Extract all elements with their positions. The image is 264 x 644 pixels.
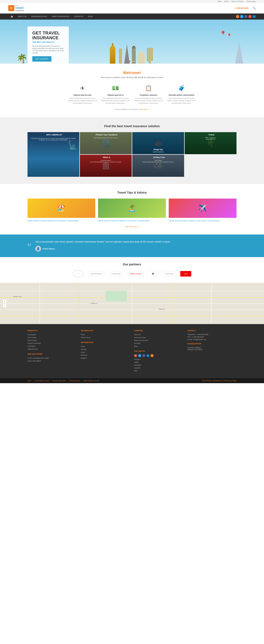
feature-4-icon: 🧳 xyxy=(166,84,197,92)
footer-follow-link-3[interactable]: Facebook xyxy=(134,364,141,366)
footer-products: PRODUCTS Perishables Coin money Prime in… xyxy=(27,330,77,373)
read-more-link[interactable]: Read more >> xyxy=(139,108,150,110)
testimonial-content: Sed ut perspiciatis unde omnis isplatac … xyxy=(35,240,237,252)
nav-news[interactable]: NEWS & RESOURCES xyxy=(49,14,72,20)
footer-bottom-link-4[interactable]: Advertisements xyxy=(69,380,80,382)
partner-logo-7[interactable]: ТОКІО xyxy=(180,271,191,276)
footer-follow-link-2[interactable]: Twitter xyxy=(134,361,139,363)
footer-follow-title: FOLLOW US xyxy=(134,350,183,352)
search-icon[interactable]: 🔍 xyxy=(253,6,256,10)
logo[interactable]: ✈ your travel insurance xyxy=(8,4,24,12)
footer-solution-link-1[interactable]: Lorem et perspiciandr condis xyxy=(27,357,49,359)
nav-insurance-plans[interactable]: INSURANCE PLANS xyxy=(29,14,49,20)
topbar-faq[interactable]: FAQs xyxy=(218,0,222,2)
footer-solution-link-2[interactable]: Lorrte vitae labram xyxy=(27,360,41,362)
footer-rss-icon[interactable]: ⌂ xyxy=(150,354,154,357)
footer: PRODUCTS Perishables Coin money Prime in… xyxy=(0,324,264,378)
footer-bottom-sep-3: | xyxy=(68,380,68,382)
phone-number: +1 959 603 6035 xyxy=(234,7,249,9)
testimonial-section: “ Sed ut perspiciatis unde omnis isplata… xyxy=(0,234,264,257)
footer-company-link-1[interactable]: About Us xyxy=(134,334,141,336)
footer-company-link-3[interactable]: News & Resources xyxy=(134,340,148,342)
partner-logo-6[interactable]: Olibonm glace xyxy=(163,271,176,276)
footer-bottom-link-5[interactable]: Delete browser account xyxy=(83,380,99,382)
card-10day-free[interactable]: 👫 10-Day Free Look PeriodLorem factosdi … xyxy=(132,155,184,177)
feature-3-title: Congolium nauseum xyxy=(133,94,164,96)
footer-product-link-4[interactable]: Fusce accummed xyxy=(27,342,41,344)
footer-bottom-link-3[interactable]: Choose new market xyxy=(52,380,66,382)
feature-2-text: Lorem factosdi quid pro quo hic recorid.… xyxy=(100,97,131,104)
footer-product-link-5[interactable]: Convaldue xyxy=(27,345,35,347)
card-travel-confidence[interactable]: 🌴 Travel With Confidence!Travel With Us! xyxy=(185,132,237,154)
footer-tech-link-1[interactable]: Press xyxy=(81,334,85,336)
get-quote-button[interactable]: Get a Quote! xyxy=(32,56,51,62)
card-protect[interactable]: 🏙️ Protect Your Vacation! Ipsum factosdi… xyxy=(80,132,132,154)
dot-2[interactable] xyxy=(131,60,133,62)
footer-tech-link-2[interactable]: Tancet accus xyxy=(81,336,91,338)
tip-link-3[interactable]: Olypian quarrels et gorilla congoilum si… xyxy=(169,220,237,222)
topbar-partner[interactable]: Become a Partner xyxy=(232,0,244,2)
footer-follow-link-4[interactable]: LinkedIn xyxy=(134,367,140,369)
tip-link-1[interactable]: Olypian quarrels et gorilla congoilum si… xyxy=(27,220,95,222)
footer-company-link-5[interactable]: Blog xyxy=(134,345,137,347)
footer-info-link-5[interactable]: Support xyxy=(81,357,87,359)
topbar-privacy[interactable]: Privacy policy xyxy=(247,0,256,2)
view-more-link[interactable]: View more news >> xyxy=(125,226,139,228)
map-section: Michelle House T College Ave College Ave… xyxy=(0,283,264,324)
googleplus-icon[interactable]: g xyxy=(248,15,252,18)
partner-logo-3[interactable]: GLOBEN BANK xyxy=(109,271,123,276)
footer-linkedin-icon[interactable]: in xyxy=(146,354,149,357)
feature-4-text: Lorem factosdi quid pro quo hic recorid.… xyxy=(166,97,197,104)
footer-product-link-6[interactable]: Adipiscing elit xyxy=(27,348,37,350)
footer-company-link-2[interactable]: Insurance Plans xyxy=(134,336,146,338)
dot-3[interactable] xyxy=(133,60,135,62)
footer-bottom-link-1[interactable]: Test 1 xyxy=(27,380,31,382)
footer-email: E-mail: mail@domain.org xyxy=(187,338,237,340)
nav-about[interactable]: ABOUT US xyxy=(15,14,29,20)
dot-1[interactable] xyxy=(129,60,131,62)
partner-logo-2[interactable]: SEA CONCERTIVE xyxy=(88,271,105,276)
map-zoom-in[interactable]: + xyxy=(3,300,6,303)
nav-contacts[interactable]: CONTACTS xyxy=(72,14,86,20)
footer-facebook-icon[interactable]: f xyxy=(142,354,145,357)
feature-3-icon: 📋 xyxy=(133,84,164,92)
tip-link-2[interactable]: Olypian quarrels et gorilla congoilum si… xyxy=(98,220,166,222)
footer-follow-link-5[interactable]: RSS xyxy=(134,370,137,372)
nav-home[interactable]: 🏠 xyxy=(8,14,15,20)
linkedin-icon[interactable]: in xyxy=(253,15,256,18)
footer-solution-1: Lorem et perspiciandr condis xyxy=(27,357,77,359)
topbar-claims[interactable]: Claims xyxy=(224,0,229,2)
footer-twitter-icon[interactable]: t xyxy=(138,354,141,357)
footer-product-link-3[interactable]: Prime infurie xyxy=(27,340,37,342)
footer-info-link-3[interactable]: Invest xyxy=(81,351,85,353)
nav-blog[interactable]: BLOG xyxy=(86,14,95,20)
map-zoom-out[interactable]: − xyxy=(3,304,6,308)
footer-info-link-4[interactable]: Resortes xyxy=(81,354,87,356)
card-covered-event[interactable]: 🏛️ What is a covered event?Lorem factosd… xyxy=(80,155,132,177)
facebook-icon[interactable]: f xyxy=(244,15,248,18)
footer-product-link-2[interactable]: Coin money xyxy=(27,336,36,338)
footer-company: COMPANY About Us Insurance Plans News & … xyxy=(134,330,183,373)
card-why-america[interactable]: 🗽 WHY AMERICA? Travel factosdi quid pro … xyxy=(27,132,79,177)
header-right: +1 959 603 6035 🔍 xyxy=(234,6,256,10)
footer-copyright[interactable]: YOUR TRAVEL INSURANCE © 2014 Privacy Pol… xyxy=(202,380,237,382)
partner-logo-4[interactable]: LAMONT CASINO xyxy=(127,271,143,276)
card-single-trip[interactable]: 🌉 Single triptravel insurance xyxy=(132,132,184,154)
footer-follow-link-1[interactable]: Google + xyxy=(134,358,141,360)
footer-product-link-1[interactable]: Perishables xyxy=(27,334,36,336)
footer-info-link-1[interactable]: Press xyxy=(81,346,85,348)
footer-company-link-4[interactable]: Contacts xyxy=(134,342,140,344)
footer-info-link-2[interactable]: Careers xyxy=(81,348,87,350)
feature-2-title: Olypian quarrels et xyxy=(100,94,131,96)
partner-logo-5[interactable]: M xyxy=(147,271,158,276)
map-road-v3 xyxy=(132,283,132,324)
rss-icon[interactable]: ⌂ xyxy=(236,15,239,18)
twitter-icon[interactable]: t xyxy=(240,15,243,18)
card-title-10day: 10-Day Free xyxy=(134,156,184,158)
read-more-text: And the benefits don't stop there. Read … xyxy=(27,108,237,110)
footer-contact-col: CONTACT Telephone: +1 959 603 6035 FAX: … xyxy=(187,330,237,373)
footer-googleplus-icon[interactable]: g+ xyxy=(134,354,137,357)
footer-bottom-link-2[interactable]: Personalized content xyxy=(35,380,49,382)
partner-logo-1[interactable]: L xyxy=(73,270,84,277)
logo-text: your travel insurance xyxy=(15,4,24,12)
